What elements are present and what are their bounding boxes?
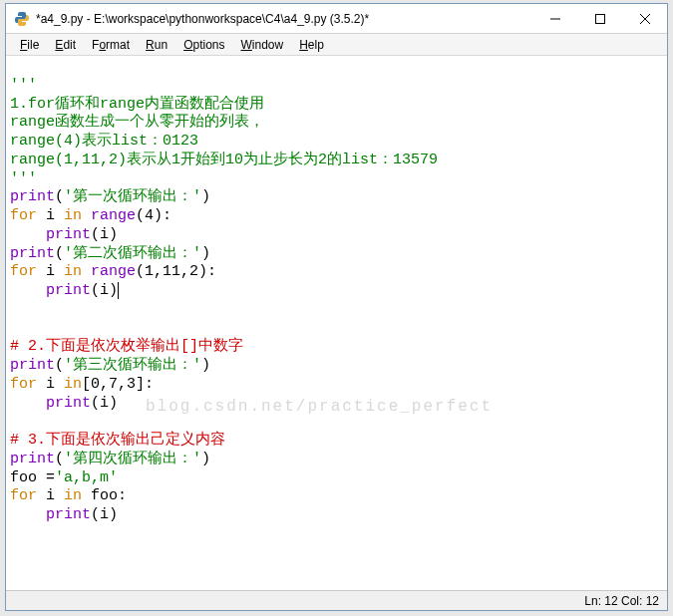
titlebar[interactable]: *a4_9.py - E:\workspace\pythonworkspace\… — [6, 4, 667, 34]
code-token: ) — [201, 357, 210, 374]
minimize-button[interactable] — [532, 4, 577, 33]
idle-window: *a4_9.py - E:\workspace\pythonworkspace\… — [5, 3, 668, 611]
code-token: print — [46, 226, 91, 243]
code-token: for — [10, 263, 37, 280]
code-token: (i) — [91, 226, 118, 243]
menubar: File Edit Format Run Options Window Help — [6, 34, 667, 56]
code-token: range — [91, 263, 136, 280]
code-token: '第一次循环输出：' — [64, 188, 201, 205]
python-icon — [14, 11, 30, 27]
menu-edit[interactable]: Edit — [47, 36, 84, 54]
code-token: ( — [55, 188, 64, 205]
code-token: (i) — [91, 395, 118, 412]
code-token: print — [46, 395, 91, 412]
code-token: in — [64, 263, 82, 280]
code-token: (4): — [136, 207, 171, 224]
code-line: ''' — [10, 170, 37, 187]
menu-format[interactable]: Format — [84, 36, 138, 54]
maximize-button[interactable] — [577, 4, 622, 33]
close-button[interactable] — [622, 4, 667, 33]
menu-file[interactable]: File — [12, 36, 47, 54]
code-token: 'a,b,m' — [55, 469, 118, 486]
code-token: '第三次循环输出：' — [64, 357, 201, 374]
code-token: print — [10, 245, 55, 262]
code-line: 1.for循环和range内置函数配合使用 — [10, 96, 264, 113]
menu-run[interactable]: Run — [138, 36, 175, 54]
code-token: in — [64, 376, 82, 393]
code-token: [0,7,3]: — [82, 376, 154, 393]
code-token: in — [64, 207, 82, 224]
code-token: i — [37, 376, 64, 393]
code-token: '第二次循环输出：' — [64, 245, 201, 262]
code-token: range — [91, 207, 136, 224]
code-token: foo: — [82, 487, 127, 504]
code-token: (i) — [91, 506, 118, 523]
code-token — [10, 282, 46, 299]
code-token: ( — [55, 245, 64, 262]
window-controls — [532, 4, 667, 33]
code-token: print — [10, 188, 55, 205]
code-token — [82, 207, 91, 224]
code-token: print — [10, 451, 55, 467]
code-token: (1,11,2): — [136, 263, 216, 280]
code-token: for — [10, 487, 37, 504]
code-token: print — [46, 506, 91, 523]
code-token: ) — [201, 245, 210, 262]
code-token: foo = — [10, 469, 55, 486]
code-token: i — [37, 263, 64, 280]
code-token: '第四次循环输出：' — [64, 451, 201, 467]
code-token: ) — [201, 188, 210, 205]
statusbar: Ln: 12 Col: 12 — [6, 590, 667, 610]
watermark: blog.csdn.net/practice_perfect — [146, 397, 493, 417]
code-token: i — [37, 207, 64, 224]
code-line: # 3.下面是依次输出己定义内容 — [10, 432, 225, 449]
code-token: print — [10, 357, 55, 374]
menu-window[interactable]: Window — [233, 36, 292, 54]
code-line: range函数生成一个从零开始的列表， — [10, 114, 264, 131]
code-token: (i) — [91, 282, 118, 299]
code-token — [10, 506, 46, 523]
code-line: ''' — [10, 77, 37, 94]
code-token: ( — [55, 451, 64, 467]
code-token: ) — [201, 451, 210, 467]
code-token: print — [46, 282, 91, 299]
code-token: ( — [55, 357, 64, 374]
code-token: for — [10, 207, 37, 224]
text-cursor — [118, 282, 119, 299]
code-token — [10, 226, 46, 243]
code-token — [10, 395, 46, 412]
code-token: in — [64, 487, 82, 504]
cursor-position: Ln: 12 Col: 12 — [584, 594, 659, 608]
menu-options[interactable]: Options — [175, 36, 232, 54]
code-token: for — [10, 376, 37, 393]
code-token — [82, 263, 91, 280]
code-token: i — [37, 487, 64, 504]
svg-rect-1 — [595, 14, 604, 23]
code-editor[interactable]: blog.csdn.net/practice_perfect''' 1.for循… — [6, 56, 667, 590]
window-title: *a4_9.py - E:\workspace\pythonworkspace\… — [36, 12, 532, 26]
code-line: range(1,11,2)表示从1开始到10为止步长为2的list：13579 — [10, 152, 438, 168]
menu-help[interactable]: Help — [291, 36, 332, 54]
code-line: # 2.下面是依次枚举输出[]中数字 — [10, 338, 243, 355]
code-line: range(4)表示list：0123 — [10, 133, 198, 150]
